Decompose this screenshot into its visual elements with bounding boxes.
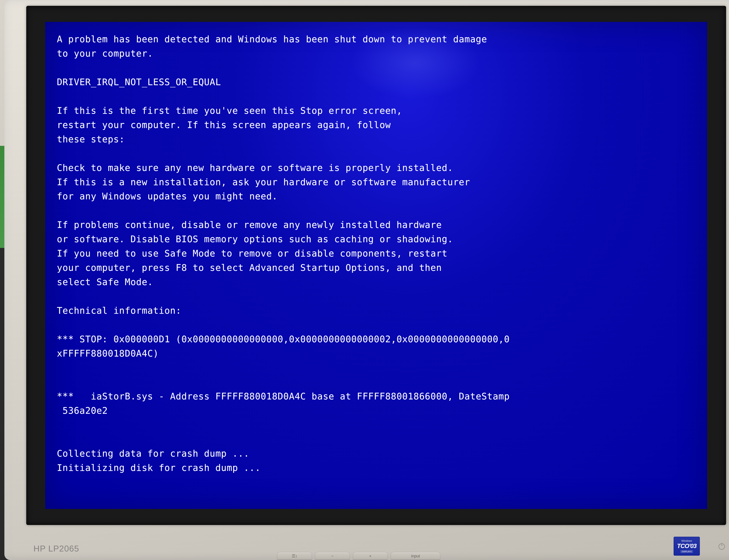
badge-windows-label: Windows xyxy=(681,539,692,543)
badge-displays-label: DISPLAYS xyxy=(680,550,693,553)
plus-icon: + xyxy=(369,554,371,558)
bsod-firsttime-line3: these steps: xyxy=(57,134,125,145)
monitor-button-minus[interactable]: − xyxy=(315,552,350,560)
bsod-collecting: Collecting data for crash dump ... xyxy=(57,448,249,459)
menu-icon: ☰↕ xyxy=(292,554,298,558)
bsod-error-code: DRIVER_IRQL_NOT_LESS_OR_EQUAL xyxy=(57,77,221,87)
bsod-problems-line1: If problems continue, disable or remove … xyxy=(57,219,442,230)
bsod-initializing: Initializing disk for crash dump ... xyxy=(57,462,261,473)
bsod-driver-line1: *** iaStorB.sys - Address FFFFF880018D0A… xyxy=(57,391,510,402)
bsod-text-block: A problem has been detected and Windows … xyxy=(57,32,701,475)
monitor-button-input[interactable]: input xyxy=(391,552,440,560)
bsod-tech-header: Technical information: xyxy=(57,305,181,316)
power-icon[interactable] xyxy=(717,542,726,551)
bsod-stop-line1: *** STOP: 0x000000D1 (0x0000000000000000… xyxy=(57,334,510,344)
monitor-button-menu[interactable]: ☰↕ xyxy=(277,552,312,560)
bsod-check-line2: If this is a new installation, ask your … xyxy=(57,177,470,187)
badge-tco-label: TCO'03 xyxy=(677,543,696,549)
bsod-intro-line2: to your computer. xyxy=(57,48,153,59)
bsod-check-line1: Check to make sure any new hardware or s… xyxy=(57,162,453,173)
bsod-problems-line4: your computer, press F8 to select Advanc… xyxy=(57,262,442,273)
monitor-input-label: input xyxy=(411,554,420,558)
bsod-stop-line2: xFFFFF880018D0A4C) xyxy=(57,348,159,359)
minus-icon: − xyxy=(331,554,334,558)
monitor-button-row: ☰↕ − + input xyxy=(277,548,481,560)
bsod-intro-line1: A problem has been detected and Windows … xyxy=(57,34,487,44)
monitor-button-plus[interactable]: + xyxy=(353,552,388,560)
bsod-check-line3: for any Windows updates you might need. xyxy=(57,191,278,202)
tco-certification-badge: Windows TCO'03 DISPLAYS xyxy=(674,537,700,556)
bsod-firsttime-line1: If this is the first time you've seen th… xyxy=(57,105,402,116)
bsod-firsttime-line2: restart your computer. If this screen ap… xyxy=(57,120,391,130)
bsod-screen: A problem has been detected and Windows … xyxy=(45,22,707,509)
monitor-model-label: HP LP2065 xyxy=(34,544,79,553)
bsod-problems-line3: If you need to use Safe Mode to remove o… xyxy=(57,248,447,259)
bsod-driver-line2: 536a20e2 xyxy=(57,405,108,416)
bsod-problems-line2: or software. Disable BIOS memory options… xyxy=(57,234,453,244)
bsod-problems-line5: select Safe Mode. xyxy=(57,277,153,287)
